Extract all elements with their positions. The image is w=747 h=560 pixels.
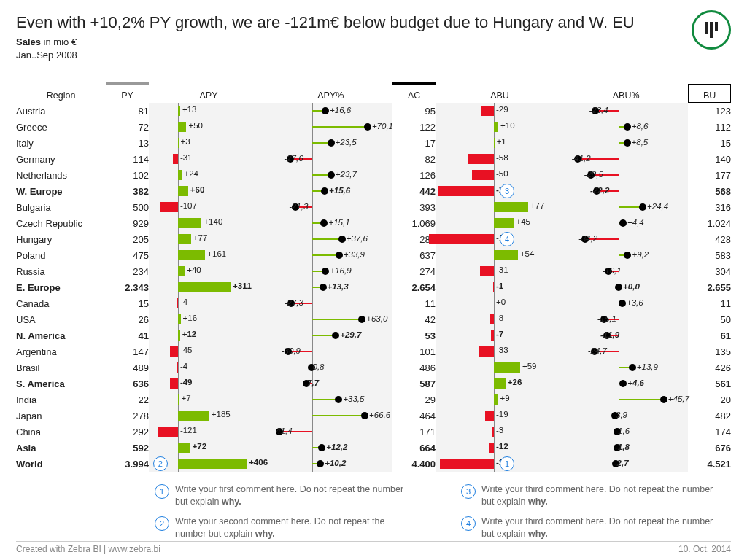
- table-row: Austria81+13+16,695-29-23,4123: [16, 103, 731, 119]
- table-row: Canada15-4-27,311+0+3,611: [16, 295, 731, 311]
- table-row: S. America636-49-7,7587+26+4,6561: [16, 376, 731, 392]
- table-row: Russia234+40+16,9274-31-10,1304: [16, 263, 731, 279]
- hdr-bu: BU: [688, 84, 731, 104]
- table-row: Germany114-31-27,682-58-41,2140: [16, 151, 731, 167]
- table-row: Poland475+161+33,9637+54+9,2583: [16, 247, 731, 263]
- table-row: World3.994+4062+10,24.400-1211-2,74.521: [16, 456, 731, 472]
- table-row: Greece72+50+70,1122+10+8,6112: [16, 119, 731, 135]
- subtitle: Sales in mio €: [16, 36, 731, 47]
- table-row: Czech Republic929+140+15,11.069+45+4,41.…: [16, 215, 731, 231]
- table-row: N. America41+12+29,753-7-11,961: [16, 327, 731, 343]
- hdr-py: PY: [106, 84, 149, 104]
- comments: 1Write your first comment here. Do not r…: [155, 483, 731, 548]
- hdr-ac: AC: [392, 84, 436, 104]
- comment: 4Write your third comment here. Do not r…: [461, 516, 724, 540]
- table-row: W. Europe382+60+15,6442-1263-22,2568: [16, 183, 731, 199]
- logo-icon: [692, 10, 731, 50]
- comment: 3Write your third comment here. Do not r…: [461, 483, 724, 508]
- comment: 1Write your first comment here. Do not r…: [155, 483, 417, 508]
- table-row: Netherlands102+24+23,7126-50-28,5177: [16, 167, 731, 183]
- period: Jan..Sep 2008: [16, 50, 731, 61]
- hdr-dpyp: ΔPY%: [268, 84, 392, 104]
- footer-left: Created with Zebra BI | www.zebra.bi: [16, 544, 160, 554]
- page-title: Even with +10,2% PY growth, we are -121m…: [16, 13, 687, 34]
- hdr-dbup: ΔBU%: [564, 84, 688, 104]
- table-row: Japan278+185+66,6464-19-3,9482: [16, 408, 731, 424]
- comment: 2Write your second comment here. Do not …: [155, 516, 417, 540]
- table-row: Hungary205+77+37,6281-1464-34,2428: [16, 231, 731, 247]
- variance-table: Region PY ΔPY ΔPY% AC ΔBU ΔBU% BU Austri…: [16, 82, 731, 472]
- table-row: E. Europe2.343+311+13,32.654-1+0,02.655: [16, 279, 731, 295]
- table-row: Italy13+3+23,517+1+8,515: [16, 135, 731, 151]
- table-row: India22+7+33,529+9+45,720: [16, 392, 731, 408]
- table-row: Asia592+72+12,2664-12-1,8676: [16, 440, 731, 456]
- table-row: China292-121-41,4171-3-1,6174: [16, 424, 731, 440]
- table-row: Bulgaria500-107-21,3393+77+24,4316: [16, 199, 731, 215]
- table-row: Argentina147-45-30,9101-33-24,7135: [16, 343, 731, 359]
- hdr-region: Region: [16, 84, 106, 104]
- footer-right: 10. Oct. 2014: [678, 544, 731, 554]
- hdr-dpy: ΔPY: [149, 84, 268, 104]
- hdr-dbu: ΔBU: [436, 84, 564, 104]
- table-row: USA26+16+63,042-8-15,150: [16, 311, 731, 327]
- table-row: Brasil489-4-0,8486+59+13,9426: [16, 359, 731, 376]
- footer: Created with Zebra BI | www.zebra.bi 10.…: [16, 541, 731, 554]
